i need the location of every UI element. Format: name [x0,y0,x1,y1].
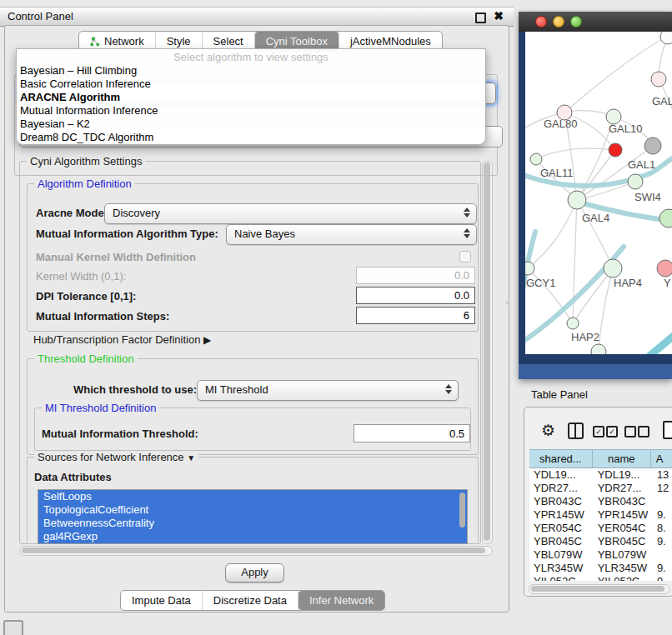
node-label-gal80: GAL80 [544,118,577,130]
table-row[interactable]: YIL052CYIL052C0. [529,575,672,581]
node-partial-bottom[interactable] [591,344,606,354]
select-all-checkbox-icon[interactable]: ✓ [593,426,604,438]
cell: YIL052C [529,575,594,581]
cell: 9. [653,562,672,575]
column-header-partial[interactable]: A [651,450,672,468]
algorithm-option[interactable]: Dream8 DC_TDC Algorithm [17,131,485,144]
node-gal4[interactable] [568,191,586,209]
sources-group: Sources for Network Inference ▼ Data Att… [27,457,479,542]
horizontal-scrollbar[interactable] [19,546,493,556]
new-table-icon[interactable] [663,421,672,439]
tab-infer-network[interactable]: Infer Network [298,591,384,610]
node-gcy1[interactable] [525,262,534,275]
algorithm-option[interactable]: Basic Correlation Inference [17,78,485,91]
dpi-tolerance-input[interactable] [356,287,475,304]
table-header: shared... name A [529,449,672,468]
select-all-checkbox-icon[interactable]: ✓ [606,426,618,438]
tab-impute-data[interactable]: Impute Data [121,591,203,610]
minimize-traffic-light-icon[interactable] [553,16,564,28]
which-threshold-combobox[interactable]: MI Threshold [197,380,459,401]
list-item[interactable]: SelfLoops [38,490,467,503]
kernel-width-input[interactable] [356,267,475,284]
node-hap4[interactable] [604,259,622,278]
aracne-mode-combobox[interactable]: Discovery [104,203,477,224]
float-window-icon[interactable] [475,12,486,23]
network-icon [90,37,100,47]
node-gal1[interactable] [628,174,643,189]
table-row[interactable]: YLR345WYLR345W9. [529,562,672,575]
table-row[interactable]: YBR045CYBR045C9. [529,535,672,548]
close-icon[interactable]: ✖ [494,9,504,22]
mi-threshold-input[interactable] [354,424,470,442]
algorithm-option-selected[interactable]: ARACNE Algorithm [17,91,485,104]
threshold-definition-legend: Threshold Definition [34,352,138,365]
algorithm-option[interactable]: Mutual Information Inference [17,104,485,118]
table-row[interactable]: YPR145WYPR145W9. [529,508,672,522]
deselect-all-checkbox-icon[interactable] [638,426,649,438]
node-gal-partial[interactable] [651,72,666,87]
list-item[interactable]: TopologicalCoefficient [38,503,467,517]
node-red[interactable] [609,143,622,157]
mi-threshold-label: Mutual Information Threshold: [42,428,198,440]
network-window-bottom-frame [519,364,672,379]
zoom-traffic-light-icon[interactable] [570,16,582,28]
network-window-titlebar[interactable] [519,12,672,32]
deselect-all-checkbox-icon[interactable] [624,426,636,438]
algorithm-option[interactable]: Bayesian – Hill Climbing [17,64,485,78]
table-horizontal-scrollbar[interactable] [529,584,670,594]
table-panel: ⚙ ✓ ✓ shared... name A YDL19...YDL19...1… [524,407,672,597]
node-label-gal1: GAL1 [628,158,655,171]
mi-steps-input[interactable] [356,307,475,324]
mi-algorithm-type-combobox[interactable]: Naive Bayes [226,224,477,245]
cell: 9. [653,508,672,522]
network-edge [649,332,672,354]
node-small-left[interactable] [530,153,542,165]
gear-icon[interactable]: ⚙ [541,421,555,439]
node-table: shared... name A YDL19...YDL19...13 YDR2… [529,449,672,581]
tab-infer-network-label: Infer Network [309,594,374,607]
table-row[interactable]: YDL19...YDL19...13 [529,468,672,482]
apply-button[interactable]: Apply [225,563,284,582]
node-salmon[interactable] [657,260,672,277]
node-swi4[interactable] [659,209,672,228]
network-edge [536,148,615,159]
node-gray[interactable] [644,138,661,154]
algorithm-definition-legend: Algorithm Definition [34,178,135,190]
hub-definition-toggle[interactable]: Hub/Transcription Factor Definition ▶ [33,333,211,346]
node-label-swi4: SWI4 [634,191,661,203]
tab-cyni-toolbox-label: Cyni Toolbox [266,35,328,48]
dropdown-placeholder: Select algorithm to view settings [17,49,485,64]
column-header-shared[interactable]: shared... [529,450,593,468]
table-row[interactable]: YER054CYER054C8. [529,522,672,535]
cell: YPR145W [529,508,594,522]
mi-steps-label: Mutual Information Steps: [36,310,169,322]
split-view-icon[interactable] [568,422,584,439]
list-scrollbar[interactable] [459,492,465,528]
control-panel-titlebar: Control Panel ✖ [0,7,514,27]
algorithm-option[interactable]: Bayesian – K2 [17,118,485,131]
manual-kernel-width-checkbox[interactable] [459,251,471,262]
sources-legend-label: Sources for Network Inference [38,451,184,463]
sources-legend[interactable]: Sources for Network Inference ▼ [34,451,198,463]
close-traffic-light-icon[interactable] [535,16,547,28]
list-item[interactable]: gal4RGexp [38,530,467,543]
collapse-down-icon: ▼ [187,453,195,462]
table-row[interactable]: YBR043CYBR043C [529,495,672,508]
combo-spinner-icon [464,228,470,238]
network-canvas[interactable]: GAL80 GAL10 GAL11 GAL1 SWI4 GAL4 GCY1 HA… [525,32,672,354]
network-graph: GAL80 GAL10 GAL11 GAL1 SWI4 GAL4 GCY1 HA… [525,32,672,354]
column-header-name[interactable]: name [593,450,651,468]
table-row[interactable]: YBL079WYBL079W [529,548,672,562]
node-hap2[interactable] [567,318,579,329]
table-row[interactable]: YDR27...YDR27...12 [529,482,672,495]
cell: YER054C [529,522,594,535]
list-item[interactable]: BetweennessCentrality [38,517,467,530]
which-threshold-label: Which threshold to use: [73,383,197,396]
node-label-hap2: HAP2 [571,331,599,343]
node-label-y: Y [664,277,671,289]
node-label-gal11: GAL11 [540,167,574,179]
tab-discretize-data[interactable]: Discretize Data [203,591,298,610]
node-partial-top[interactable] [660,32,672,44]
vertical-scrollbar[interactable] [482,161,493,544]
minimized-panel-icon[interactable] [3,620,23,635]
